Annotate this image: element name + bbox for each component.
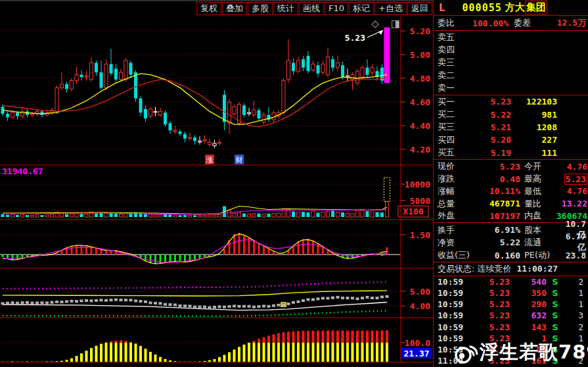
stat-value: 107197: [470, 211, 520, 221]
stat-label: 总量: [438, 198, 470, 210]
tick-time: 10:59: [438, 288, 466, 298]
toolbar-button-标记[interactable]: 标记: [349, 2, 374, 15]
bid-price: 5.23: [464, 97, 511, 107]
bid-row[interactable]: 买三5.211208: [434, 121, 588, 134]
ask-label: 卖三: [438, 57, 464, 68]
ask-row[interactable]: 卖三: [434, 57, 588, 69]
stat-label: 内盘: [524, 210, 556, 222]
ask-row[interactable]: 卖一: [434, 82, 588, 95]
tick-direction: S: [547, 277, 564, 287]
stat-label: PE(动): [524, 249, 558, 261]
toolbar-button-返回[interactable]: 返回: [407, 2, 432, 15]
bid-row[interactable]: 买二5.22981: [434, 108, 588, 120]
band-axis-label: 4.00: [410, 301, 430, 311]
weibi-label: 委比: [438, 17, 468, 29]
volume-indicator-value: 31940.67: [2, 166, 43, 176]
toolbar-button-叠加[interactable]: 叠加: [222, 2, 247, 15]
event-marker-text[interactable]: 财: [236, 156, 243, 164]
watermark: 浮生若歌789: [452, 339, 588, 366]
last-price-annotation: 5.23: [345, 33, 365, 43]
stat-value: 0.160: [476, 251, 520, 260]
quote-stat-row: 涨幅10.11%最低4.76: [434, 185, 588, 198]
bid-row[interactable]: 买一5.23122103: [434, 95, 588, 108]
event-marker-text[interactable]: 涨: [206, 156, 214, 164]
bid-price: 5.21: [464, 122, 511, 132]
bid-label: 买三: [438, 121, 464, 133]
bid-volume: 122103: [511, 97, 557, 107]
price-axis-label: 4.20: [410, 145, 430, 155]
bid-label: 买二: [438, 109, 464, 120]
diamond-mark-icon[interactable]: ◇: [371, 18, 379, 30]
chart-area[interactable]: 5.205.004.804.604.404.20涨财5.23◇◨10000500…: [0, 16, 433, 367]
stat-value: 13.22: [556, 199, 587, 208]
fundamental-stats: 换手6.91%股本10.7亿净资5.22流通6.77亿收益(三)0.160PE(…: [434, 222, 588, 262]
quote-stat-row: 总量467871量比13.22: [434, 197, 588, 210]
ask-label: 卖五: [438, 32, 464, 43]
toolbar-button-F10[interactable]: F10: [325, 2, 348, 15]
stat-label: 今开: [524, 160, 556, 172]
bid-list: 买一5.23122103买二5.22981买三5.211208买四5.20227…: [434, 95, 588, 159]
price-axis-label: 4.40: [410, 121, 430, 131]
tick-row: 10:595.23143S2: [434, 322, 588, 333]
bid-volume: 1208: [511, 122, 557, 132]
stat-value: 6.91%: [476, 225, 520, 235]
tick-direction: S: [547, 288, 564, 298]
tick-price: 5.23: [466, 310, 510, 320]
tick-time: 10:59: [438, 277, 466, 287]
toolbar-button-统计[interactable]: 统计: [273, 2, 298, 15]
ask-row[interactable]: 卖五: [434, 31, 588, 43]
bid-volume: 111: [511, 148, 557, 158]
stock-code: 000055: [463, 2, 502, 14]
market-flag: L: [439, 2, 445, 14]
quote-panel: L 000055 方大 集团 委比 100.00% 委差 12.5万 卖五卖四卖…: [433, 0, 588, 367]
band-upper-line: [3, 282, 387, 289]
quote-stats: 现价5.23今开4.76涨跌0.48最高5.23涨幅10.11%最低4.76总量…: [434, 159, 588, 222]
ask-row[interactable]: 卖四: [434, 43, 588, 56]
fundamental-row: 收益(三)0.160PE(动)23.8: [434, 249, 588, 261]
stat-value: 467871: [470, 199, 520, 208]
tick-row: 10:595.23540S2: [434, 276, 588, 287]
weibi-row: 委比 100.00% 委差 12.5万: [434, 16, 588, 31]
stat-value: 5.23: [470, 162, 520, 172]
tick-time: 10:59: [438, 310, 466, 320]
bid-row[interactable]: 买四5.20227: [434, 134, 588, 146]
volume-unit-label: X100: [403, 207, 423, 216]
toolbar-button-+自选[interactable]: +自选: [374, 2, 407, 15]
multi-panel-chart[interactable]: 5.205.004.804.604.404.20涨财5.23◇◨10000500…: [0, 16, 433, 367]
bid-price: 5.22: [464, 110, 511, 120]
price-axis-label: 5.00: [410, 50, 430, 60]
band-axis-label: 5.00: [410, 287, 430, 297]
toolbar: 复权叠加多股统计画线F10标记+自选返回: [0, 1, 433, 16]
tick-count: 1: [564, 288, 583, 298]
tick-price: 5.23: [466, 288, 510, 298]
tick-volume: 290: [510, 299, 547, 309]
bid-row[interactable]: 买五5.19111: [434, 147, 588, 159]
ma-line-yellow: [3, 74, 387, 124]
band-price-boxes: [1, 295, 389, 309]
ask-label: 卖二: [438, 70, 464, 82]
weicha-label: 委差: [514, 17, 544, 29]
stat-value: 5.22: [476, 237, 520, 247]
ask-row[interactable]: 卖二: [434, 69, 588, 82]
stat-label: 净资: [438, 237, 476, 249]
stat-label: 流通: [524, 237, 558, 249]
tick-count: 2: [564, 277, 583, 287]
trade-status: 交易状态: 连续竞价 11:00:27: [434, 262, 588, 276]
tick-direction: S: [547, 322, 564, 332]
layout-toggle-icon[interactable]: ◨: [391, 18, 400, 30]
tick-row: 10:595.23290S1: [434, 299, 588, 310]
weicha-value: 12.5万: [544, 17, 586, 29]
tick-volume: 632: [510, 310, 547, 320]
tick-price: 5.23: [466, 322, 510, 332]
volume-axis-label: 5000: [410, 196, 430, 206]
price-axis-label: 5.20: [410, 26, 430, 36]
toolbar-buttons: 复权叠加多股统计画线F10标记+自选返回: [196, 2, 433, 15]
tick-direction: S: [547, 299, 564, 309]
toolbar-button-画线[interactable]: 画线: [299, 2, 324, 15]
toolbar-button-复权[interactable]: 复权: [196, 2, 221, 15]
tick-volume: 540: [510, 277, 547, 287]
stock-name: 方大: [505, 1, 525, 14]
toolbar-button-多股[interactable]: 多股: [248, 2, 273, 15]
osc-current-value: 21.37: [403, 349, 429, 358]
ask-list: 卖五卖四卖三卖二卖一: [434, 31, 588, 95]
